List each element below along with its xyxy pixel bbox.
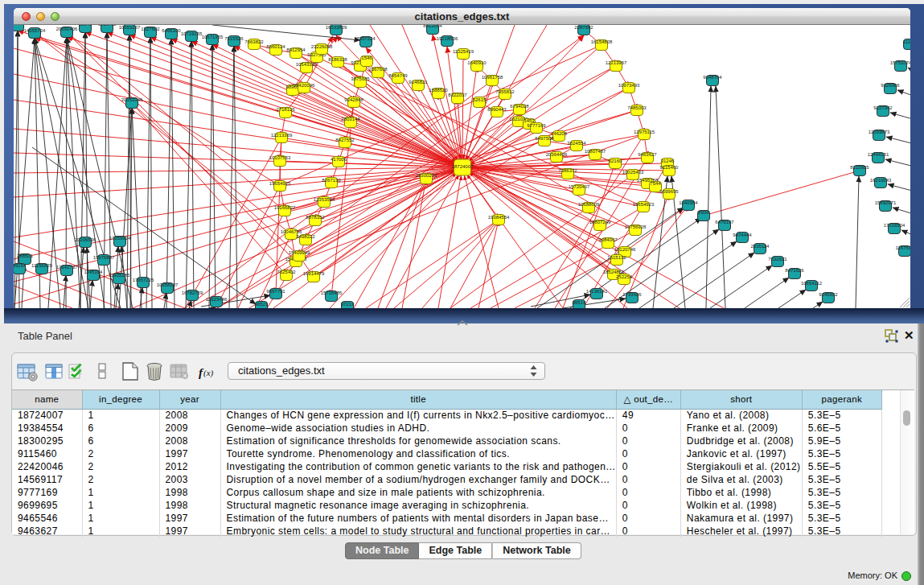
svg-text:10973493: 10973493: [618, 83, 640, 88]
svg-text:8454749: 8454749: [388, 73, 408, 78]
svg-text:8660124: 8660124: [266, 44, 285, 49]
svg-text:8267130: 8267130: [322, 178, 341, 183]
svg-text:18724007: 18724007: [452, 164, 474, 169]
svg-text:12975115: 12975115: [634, 130, 655, 134]
svg-text:8912954: 8912954: [286, 47, 306, 52]
svg-text:7544: 7544: [650, 181, 661, 186]
svg-text:8427552: 8427552: [335, 138, 355, 142]
svg-text:10688609: 10688609: [578, 202, 600, 207]
svg-text:16033809: 16033809: [326, 25, 347, 30]
svg-text:2718126: 2718126: [276, 107, 295, 112]
svg-text:19756928: 19756928: [625, 225, 647, 229]
svg-text:6794028: 6794028: [510, 104, 529, 109]
svg-text:2935114: 2935114: [751, 244, 770, 249]
svg-text:1640910: 1640910: [467, 60, 487, 65]
svg-text:19218506: 19218506: [437, 36, 458, 41]
svg-text:288501: 288501: [17, 253, 34, 258]
svg-text:12942737: 12942737: [56, 265, 78, 270]
svg-text:9219711: 9219711: [98, 25, 117, 27]
svg-text:12905185: 12905185: [109, 273, 130, 278]
svg-text:8215955: 8215955: [850, 165, 869, 170]
svg-text:9657791: 9657791: [266, 289, 285, 294]
svg-text:10961758: 10961758: [482, 75, 503, 80]
svg-text:7663822: 7663822: [244, 39, 264, 44]
svg-text:6479197: 6479197: [715, 220, 734, 225]
svg-text:10958107: 10958107: [157, 282, 179, 287]
svg-text:62160: 62160: [609, 159, 622, 163]
svg-text:15892971: 15892971: [875, 200, 897, 205]
svg-text:7485003: 7485003: [627, 105, 647, 110]
svg-text:16914479: 16914479: [303, 271, 325, 276]
svg-text:1615132: 1615132: [607, 255, 626, 260]
svg-text:16210643: 16210643: [870, 178, 892, 183]
svg-text:20691406: 20691406: [56, 27, 78, 31]
svg-text:8990443: 8990443: [487, 107, 507, 112]
svg-text:7955812: 7955812: [495, 89, 515, 94]
svg-text:10543362: 10543362: [296, 62, 318, 67]
svg-text:1527602: 1527602: [141, 27, 160, 31]
svg-text:2087682: 2087682: [574, 25, 593, 30]
svg-text:18807249: 18807249: [589, 220, 611, 225]
svg-text:8878352: 8878352: [306, 215, 325, 220]
svg-text:15716485: 15716485: [321, 290, 343, 295]
svg-text:8471626: 8471626: [785, 268, 804, 273]
svg-text:9329966: 9329966: [881, 83, 900, 88]
svg-text:10654112: 10654112: [801, 281, 823, 286]
svg-text:1167533: 1167533: [896, 245, 910, 250]
svg-text:25300275: 25300275: [416, 173, 437, 178]
svg-text:17359924: 17359924: [109, 236, 131, 241]
svg-text:7515526: 7515526: [224, 36, 244, 41]
svg-text:18941: 18941: [79, 25, 92, 27]
svg-text:52615: 52615: [473, 97, 487, 102]
svg-text:16154808: 16154808: [591, 39, 613, 44]
svg-text:12444151: 12444151: [868, 152, 889, 157]
svg-text:9463627: 9463627: [638, 152, 657, 157]
svg-text:19654925: 19654925: [269, 181, 291, 186]
svg-text:86514: 86514: [573, 300, 586, 305]
svg-text:12213369: 12213369: [271, 133, 293, 138]
svg-text:3624554: 3624554: [567, 141, 586, 146]
svg-text:23420046: 23420046: [294, 83, 315, 88]
svg-text:12213967: 12213967: [606, 60, 627, 65]
svg-text:15751074: 15751074: [890, 60, 910, 65]
svg-text:8186328: 8186328: [328, 57, 347, 62]
svg-text:9242848: 9242848: [344, 97, 363, 102]
svg-text:2367608: 2367608: [368, 67, 388, 72]
svg-text:1588520: 1588520: [429, 88, 448, 93]
svg-text:20206536: 20206536: [75, 237, 97, 242]
svg-text:252254: 252254: [616, 274, 633, 279]
svg-text:1640954: 1640954: [679, 200, 698, 205]
svg-text:10807487: 10807487: [585, 149, 606, 154]
svg-text:12093873: 12093873: [869, 130, 890, 134]
svg-text:9474444: 9474444: [733, 233, 752, 237]
svg-text:9245652: 9245652: [819, 292, 838, 297]
svg-text:7386372: 7386372: [558, 168, 577, 173]
svg-text:(x): (x): [203, 368, 214, 378]
svg-text:11156829: 11156829: [31, 263, 52, 268]
svg-text:97213: 97213: [341, 302, 355, 307]
svg-text:10719155: 10719155: [181, 31, 203, 36]
svg-text:7632621: 7632621: [768, 257, 787, 262]
svg-text:8934: 8934: [698, 210, 709, 215]
svg-text:10653267: 10653267: [119, 25, 141, 30]
svg-text:20364436: 20364436: [546, 152, 568, 157]
svg-text:14055724: 14055724: [24, 28, 46, 33]
svg-text:19975887: 19975887: [93, 255, 115, 260]
svg-text:19384554: 19384554: [488, 215, 510, 220]
svg-text:9699695: 9699695: [659, 189, 679, 194]
svg-text:9146821: 9146821: [409, 80, 428, 84]
svg-text:2803144: 2803144: [341, 117, 360, 122]
svg-text:16782759: 16782759: [182, 290, 203, 295]
svg-text:9115460: 9115460: [660, 165, 680, 170]
svg-text:1546: 1546: [361, 56, 372, 60]
svg-text:15720407: 15720407: [569, 184, 590, 189]
svg-text:10025433: 10025433: [622, 170, 644, 175]
svg-text:14136141: 14136141: [586, 289, 608, 294]
svg-text:9227342: 9227342: [873, 105, 893, 110]
svg-text:1733426: 1733426: [622, 292, 642, 297]
svg-text:17957225: 17957225: [133, 278, 154, 282]
svg-text:9084067: 9084067: [598, 237, 618, 242]
svg-text:7625402: 7625402: [277, 270, 296, 274]
svg-text:31246: 31246: [661, 159, 675, 163]
svg-text:15409949: 15409949: [289, 250, 310, 255]
